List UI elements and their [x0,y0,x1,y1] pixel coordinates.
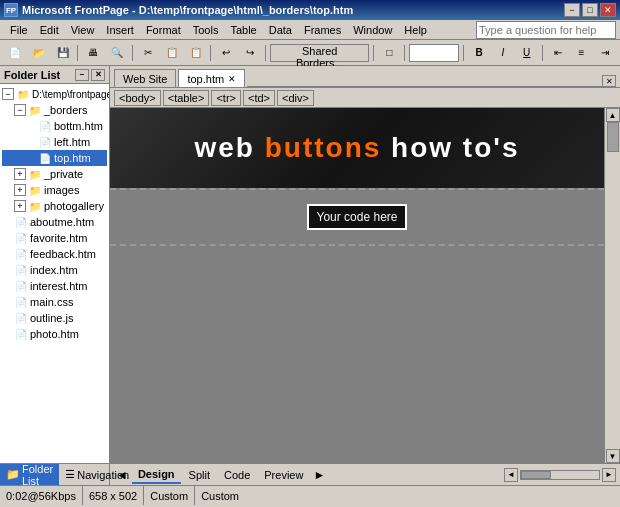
breadcrumb-table[interactable]: <table> [163,90,210,106]
folder-list-tab[interactable]: 📁 Folder List [0,464,59,485]
title-text-rest: how to's [381,132,519,163]
file-icon: 📄 [14,247,28,261]
scroll-left-arrow[interactable]: ◄ [114,468,130,482]
list-item[interactable]: 📄 index.htm [2,262,107,278]
hscroll-right-button[interactable]: ► [602,468,616,482]
scroll-right-arrow[interactable]: ► [311,468,327,482]
list-item[interactable]: + 📁 _private [2,166,107,182]
breadcrumb-tr[interactable]: <tr> [211,90,241,106]
code-placeholder: Your code here [307,204,408,230]
tree-root[interactable]: − 📁 D:\temp\frontpage\html [2,86,107,102]
list-item[interactable]: + 📁 images [2,182,107,198]
save-button[interactable]: 💾 [52,43,74,63]
hscroll-thumb[interactable] [521,471,551,479]
folder-panel-header: Folder List − ✕ [0,66,109,84]
list-item[interactable]: − 📁 _borders [2,102,107,118]
scrollbar-track[interactable] [606,122,620,449]
expand-icon[interactable]: + [14,200,26,212]
expand-borders-icon[interactable]: − [14,104,26,116]
align-center-button[interactable]: ≡ [570,43,592,63]
window-controls: − □ ✕ [564,3,616,17]
breadcrumb-td[interactable]: <td> [243,90,275,106]
print-button[interactable]: 🖶 [82,43,104,63]
italic-button[interactable]: I [492,43,514,63]
list-item[interactable]: 📄 left.htm [2,134,107,150]
close-button[interactable]: ✕ [600,3,616,17]
expand-icon[interactable]: + [14,184,26,196]
component-button[interactable]: □ [378,43,400,63]
menu-insert[interactable]: Insert [100,22,140,38]
list-item[interactable]: 📄 outline.js [2,310,107,326]
menu-frames[interactable]: Frames [298,22,347,38]
file-icon: 📄 [14,311,28,325]
code-tab[interactable]: Code [218,467,256,483]
list-item[interactable]: 📄 aboutme.htm [2,214,107,230]
file-icon: 📄 [14,295,28,309]
copy-button[interactable]: 📋 [161,43,183,63]
align-left-button[interactable]: ⇤ [547,43,569,63]
status-size: 658 x 502 [83,486,144,505]
scroll-up-button[interactable]: ▲ [606,108,620,122]
open-button[interactable]: 📂 [28,43,50,63]
preview-tab[interactable]: Preview [258,467,309,483]
tab-tophtm[interactable]: top.htm ✕ [178,69,245,87]
custom1-label: Custom [150,490,188,502]
list-item[interactable]: 📄 favorite.htm [2,230,107,246]
web-header: web buttons how to's [110,108,604,188]
menu-view[interactable]: View [65,22,101,38]
title-text-web: web [194,132,264,163]
new-button[interactable]: 📄 [4,43,26,63]
scrollbar-vertical[interactable]: ▲ ▼ [604,108,620,463]
paste-button[interactable]: 📋 [185,43,207,63]
panel-close-button[interactable]: ✕ [91,69,105,81]
file-label: interest.htm [30,280,87,292]
breadcrumb-div[interactable]: <div> [277,90,314,106]
tab-label: top.htm [187,73,224,85]
font-size-input[interactable]: 3 (12 pt) [409,44,459,62]
underline-button[interactable]: U [516,43,538,63]
tab-website[interactable]: Web Site [114,69,176,87]
shared-borders-button[interactable]: Shared Borders... [270,44,369,62]
list-item[interactable]: 📄 bottm.htm [2,118,107,134]
expand-icon[interactable]: − [2,88,14,100]
design-tab[interactable]: Design [132,466,181,484]
title-bar: FP Microsoft FrontPage - D:\temp\frontpa… [0,0,620,20]
list-item[interactable]: + 📁 photogallery [2,198,107,214]
menu-data[interactable]: Data [263,22,298,38]
help-search-input[interactable] [476,21,616,39]
main-layout: Folder List − ✕ − 📁 D:\temp\frontpage\ht… [0,66,620,463]
menu-help[interactable]: Help [398,22,433,38]
separator-3 [210,45,211,61]
scrollbar-thumb[interactable] [607,122,619,152]
breadcrumb-body[interactable]: <body> [114,90,161,106]
tab-panel-close[interactable]: ✕ [602,75,616,87]
list-item[interactable]: 📄 top.htm [2,150,107,166]
list-item[interactable]: 📄 main.css [2,294,107,310]
redo-button[interactable]: ↪ [239,43,261,63]
align-right-button[interactable]: ⇥ [594,43,616,63]
list-item[interactable]: 📄 interest.htm [2,278,107,294]
scroll-down-button[interactable]: ▼ [606,449,620,463]
menu-file[interactable]: File [4,22,34,38]
file-label: top.htm [54,152,91,164]
minimize-button[interactable]: − [564,3,580,17]
menu-window[interactable]: Window [347,22,398,38]
split-tab[interactable]: Split [183,467,216,483]
menu-edit[interactable]: Edit [34,22,65,38]
expand-icon[interactable]: + [14,168,26,180]
webpage-preview: web buttons how to's Your code here [110,108,604,463]
menu-format[interactable]: Format [140,22,187,38]
undo-button[interactable]: ↩ [215,43,237,63]
cut-button[interactable]: ✂ [137,43,159,63]
hscroll-left-button[interactable]: ◄ [504,468,518,482]
tab-close-icon[interactable]: ✕ [228,74,236,84]
maximize-button[interactable]: □ [582,3,598,17]
hscroll-track[interactable] [520,470,600,480]
preview-button[interactable]: 🔍 [106,43,128,63]
menu-tools[interactable]: Tools [187,22,225,38]
panel-minimize-button[interactable]: − [75,69,89,81]
bold-button[interactable]: B [468,43,490,63]
list-item[interactable]: 📄 photo.htm [2,326,107,342]
list-item[interactable]: 📄 feedback.htm [2,246,107,262]
menu-table[interactable]: Table [224,22,262,38]
